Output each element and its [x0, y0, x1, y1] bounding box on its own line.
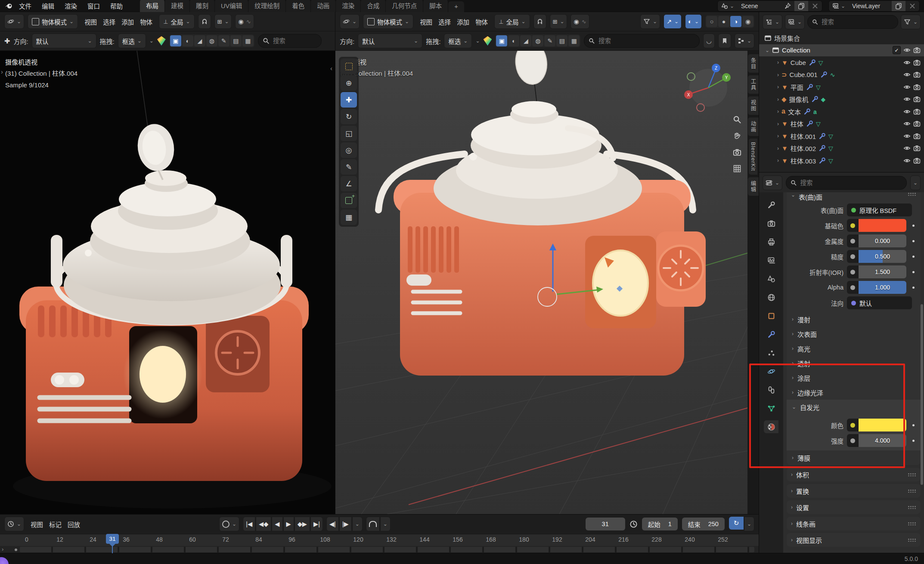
workspace-tab[interactable]: 动画	[311, 0, 335, 12]
timeline-snap-options[interactable]: ⌄	[380, 517, 391, 531]
hide-eye-icon[interactable]	[903, 108, 911, 115]
viewport-menu-item[interactable]: 添加	[454, 17, 472, 26]
mode-icon[interactable]: ▦	[242, 35, 254, 46]
mode-icon-active[interactable]: ▣	[170, 35, 181, 46]
topbar-menu-item[interactable]: 文件	[14, 0, 37, 11]
sidebar-tab[interactable]: 工具	[748, 75, 759, 94]
workspace-tab[interactable]: 布局	[140, 0, 164, 12]
render-camera-icon[interactable]	[913, 46, 921, 54]
viewport-search-input[interactable]	[272, 37, 317, 45]
mode-icon[interactable]: ▤	[230, 35, 242, 46]
sidebar-tab[interactable]: 动画	[748, 117, 759, 136]
workspace-tab[interactable]: 建模	[165, 0, 189, 12]
mode-icon[interactable]: ◍	[206, 35, 217, 46]
hide-eye-icon[interactable]	[903, 133, 911, 140]
direction-dropdown[interactable]: 默认⌄	[32, 34, 96, 48]
chevron-right-icon[interactable]: ›	[777, 158, 779, 163]
filter-button[interactable]: ⌄	[901, 15, 921, 29]
rotate-tool[interactable]: ↻	[341, 109, 357, 124]
chevron-down-icon[interactable]: ⌄	[149, 38, 154, 43]
tab-modifiers[interactable]	[764, 328, 778, 341]
viewport-menu-item[interactable]: 物体	[472, 17, 491, 26]
properties-panel[interactable]: › 体积	[787, 468, 921, 481]
mode-icon[interactable]: ◢	[520, 35, 531, 46]
next-frame-button[interactable]: |▶	[339, 517, 352, 531]
thin-film-section-header[interactable]: › 薄膜	[787, 450, 921, 465]
material-subsection-header[interactable]: › 边缘光泽	[787, 385, 921, 400]
animate-decorator-dot[interactable]	[912, 256, 915, 258]
outliner-object-row[interactable]: › 柱体.001	[759, 130, 924, 142]
viewport-menu-item[interactable]: 选择	[435, 17, 454, 26]
scene-browse-button[interactable]: ⌄	[718, 1, 738, 11]
move-tool[interactable]: ✚	[341, 92, 357, 108]
render-camera-icon[interactable]	[913, 133, 921, 140]
surface-panel-header[interactable]: ⌄ 表(曲)面	[787, 192, 921, 201]
sidebar-tab[interactable]: 编辑	[748, 177, 759, 196]
outliner-object-row[interactable]: › 平面	[759, 81, 924, 93]
chevron-right-icon[interactable]: ›	[777, 146, 779, 151]
select-box-tool[interactable]	[341, 59, 357, 74]
snap-toggle-button[interactable]	[198, 14, 211, 29]
curve-widget-button[interactable]: ◡	[703, 34, 715, 48]
mode-icon[interactable]: ◐	[182, 35, 193, 46]
workspace-tab[interactable]: UV编辑	[215, 0, 248, 12]
outliner-search-input[interactable]	[821, 18, 893, 26]
outliner-object-row[interactable]: › 柱体.002	[759, 142, 924, 155]
collection-row[interactable]: ⌄ Collection ✓	[759, 44, 924, 57]
topbar-menu-item[interactable]: 编辑	[37, 0, 59, 11]
float-socket[interactable]	[847, 281, 859, 294]
hide-eye-icon[interactable]	[903, 96, 911, 103]
tab-output[interactable]	[764, 235, 778, 248]
play-reverse-button[interactable]: ◀	[272, 517, 282, 531]
tab-render[interactable]	[764, 217, 778, 230]
render-camera-icon[interactable]	[913, 83, 921, 91]
color-socket[interactable]	[847, 219, 859, 232]
timeline-menu-item[interactable]: 视图	[28, 520, 46, 529]
render-camera-icon[interactable]	[913, 59, 921, 66]
mode-icon[interactable]: ✎	[544, 35, 555, 46]
outliner-object-row[interactable]: › 柱体.003	[759, 154, 924, 167]
camera-render-view[interactable]: 摄像机透视 (31) Collection | 柱体.004 Sample 9/…	[0, 51, 335, 514]
hide-eye-icon[interactable]	[903, 120, 911, 127]
mode-dropdown[interactable]: 物体模式⌄	[363, 14, 413, 29]
workspace-tab[interactable]: 脚本	[423, 0, 448, 12]
transform-orientation-dropdown[interactable]: ⊥全局⌄	[494, 14, 530, 29]
chevron-right-icon[interactable]: ›	[777, 121, 779, 126]
animate-decorator-dot[interactable]	[912, 440, 915, 442]
animate-decorator-dot[interactable]	[912, 225, 915, 227]
hide-eye-icon[interactable]	[903, 59, 911, 66]
extra-tool[interactable]: ▦	[341, 210, 357, 225]
value-slider[interactable]: 0.500	[859, 250, 906, 263]
render-camera-icon[interactable]	[913, 71, 921, 78]
panel-grip[interactable]	[908, 522, 916, 525]
viewlayer-name[interactable]: ViewLayer	[849, 1, 892, 11]
collection-checkbox[interactable]: ✓	[893, 46, 901, 54]
frame-end-field[interactable]: 结束 250	[682, 518, 725, 530]
chevron-right-icon[interactable]: ›	[777, 109, 779, 114]
workspace-tab[interactable]: 着色	[286, 0, 310, 12]
properties-panel[interactable]: › 视图显示	[787, 533, 921, 547]
render-camera-icon[interactable]	[913, 108, 921, 115]
animate-decorator-dot[interactable]	[912, 287, 915, 289]
prev-keyframe-button[interactable]: ◀◆	[256, 517, 271, 531]
render-camera-icon[interactable]	[913, 157, 921, 164]
proportional-edit-button[interactable]: ◉∿	[571, 14, 589, 29]
outliner-object-row[interactable]: › 文本	[759, 105, 924, 118]
workspace-tab[interactable]: 几何节点	[386, 0, 423, 12]
scene-name[interactable]: Scene	[738, 1, 781, 11]
sync-options-button[interactable]: ⌄	[744, 517, 754, 531]
viewlayer-remove-button[interactable]	[905, 1, 919, 11]
float-socket[interactable]	[847, 234, 859, 247]
mode-icon[interactable]: ▦	[568, 35, 580, 46]
viewport-menu-item[interactable]: 添加	[118, 17, 137, 26]
sidebar-tab[interactable]: BlenderKit	[749, 139, 757, 175]
chevron-down-icon[interactable]: ⌄	[475, 38, 480, 43]
mode-icon[interactable]: ◐	[508, 35, 519, 46]
sidebar-expand-icon[interactable]: ›	[1, 68, 3, 75]
material-subsection-header[interactable]: › 透射	[787, 356, 921, 370]
tab-physics[interactable]	[764, 365, 778, 378]
tab-world[interactable]	[764, 291, 778, 304]
gem-icon[interactable]	[483, 36, 492, 46]
editor-type-button[interactable]: ⌄	[340, 14, 360, 29]
transform-tool[interactable]: ◎	[341, 142, 357, 158]
